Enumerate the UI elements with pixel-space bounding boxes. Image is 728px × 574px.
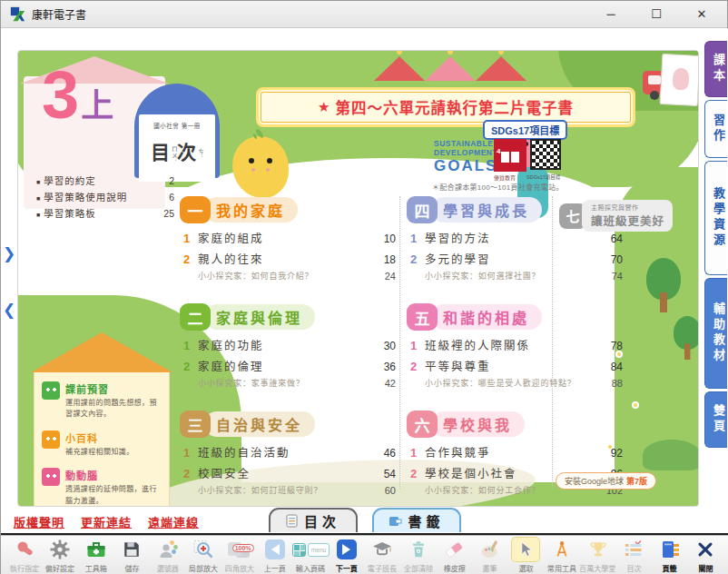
- unit-block-5: 五 和諧的相處 1 班級裡的人際關係 78 2 平等與尊重 84 小小探究家：哪…: [407, 303, 623, 391]
- intro-item[interactable]: ■ 學習的約定 2: [36, 173, 174, 187]
- tool-number-picker[interactable]: 選號器: [150, 538, 185, 574]
- floppy-disk-icon: [118, 538, 145, 561]
- intro-label: 學習的約定: [44, 173, 169, 187]
- toc-title-text: 目ㄇㄨˋ次: [151, 142, 197, 163]
- intro-page: 6: [169, 192, 174, 203]
- side-tab-two-page[interactable]: 雙頁: [704, 391, 727, 448]
- unit-block-3: 三 自治與安全 1 班級的自治活動 46 2 校園安全 54 小小探究家：如何訂…: [180, 411, 396, 498]
- lesson-row[interactable]: 1 家庭的功能 30: [183, 336, 396, 353]
- explore-page: 42: [385, 378, 396, 389]
- explore-row[interactable]: 小小探究家：如何訂班級守則？ 60: [198, 485, 396, 498]
- explore-page: 88: [612, 378, 623, 389]
- tool-toolbox[interactable]: 工具箱: [78, 538, 113, 574]
- explore-title: 小小探究家：如何自我介紹？: [198, 271, 382, 283]
- lesson-row[interactable]: 2 家庭的倫理 36: [183, 357, 396, 374]
- sdg4-tile-icon: 4: [494, 139, 526, 172]
- bunny-picture-decor: [660, 54, 699, 106]
- lesson-row[interactable]: 1 合作與競爭 92: [410, 443, 623, 460]
- lesson-number: 2: [410, 252, 425, 266]
- tool-save[interactable]: 儲存: [113, 538, 149, 574]
- explore-row[interactable]: 小小探究家：如何選擇社團？ 74: [425, 271, 623, 283]
- unit-block-7[interactable]: 七 主題探究與實作 讓班級更美好: [559, 200, 673, 232]
- explore-row[interactable]: 小小探究家：哪些是受人歡迎的特點？ 88: [425, 378, 623, 391]
- lesson-row[interactable]: 1 班級裡的人際關係 78: [410, 336, 623, 353]
- side-tab-supplementary[interactable]: 輔助教材: [704, 278, 727, 389]
- side-tab-workbook[interactable]: 習作: [704, 100, 727, 158]
- lesson-row[interactable]: 2 多元的學習 70: [410, 250, 623, 267]
- lesson-row[interactable]: 1 家庭的組成 10: [183, 229, 396, 246]
- explore-title: 小小探究家：如何訂班級守則？: [198, 485, 382, 498]
- google-earth-badge[interactable]: 安裝Google地球 第7版: [556, 472, 656, 490]
- lesson-page: 18: [384, 253, 396, 266]
- explore-page: 60: [385, 485, 396, 496]
- tool-common-tools[interactable]: 常用工具: [544, 538, 579, 574]
- tool-run-assign[interactable]: 執行指定: [6, 538, 42, 574]
- maximize-button[interactable]: ☐: [647, 7, 665, 21]
- lesson-row[interactable]: 2 平等與尊重 84: [410, 357, 623, 374]
- tool-preferences[interactable]: 偏好設定: [42, 538, 77, 574]
- yellow-mascot: [232, 136, 289, 198]
- lesson-page: 78: [611, 340, 623, 352]
- explore-row[interactable]: 小小探究家：家事誰來做？ 42: [198, 378, 396, 391]
- tool-zoom-corners[interactable]: 100% 四角放大: [221, 538, 257, 574]
- tool-close[interactable]: 關閉: [687, 538, 723, 574]
- unit-header[interactable]: 二 家庭與倫理: [180, 303, 396, 331]
- qr-label: SDGs17項目標: [526, 173, 560, 181]
- intro-item[interactable]: ■ 學習策略板 25: [36, 206, 174, 220]
- badge-version: 第7版: [626, 475, 647, 487]
- intro-item[interactable]: ■ 學習策略使用說明 6: [36, 190, 174, 203]
- next-page-icon: [333, 538, 360, 561]
- window-title: 康軒電子書: [32, 6, 86, 22]
- bullet-icon: ■: [36, 212, 40, 218]
- copyright-link[interactable]: 版權聲明: [14, 513, 64, 530]
- legend-desc: 補充課程相關知識。: [65, 447, 162, 458]
- tool-brush[interactable]: 畫筆: [472, 538, 507, 574]
- side-tab-textbook[interactable]: 課本: [704, 41, 727, 97]
- tool-select[interactable]: 選取: [508, 538, 544, 574]
- tab-toc[interactable]: 目次: [269, 508, 358, 532]
- tool-page-tabs[interactable]: 頁籤: [652, 538, 687, 574]
- unit-header[interactable]: 三 自治與安全: [180, 411, 396, 438]
- intro-label: 學習策略使用說明: [44, 190, 169, 203]
- tool-quiz-hall[interactable]: 百萬大學堂: [580, 538, 616, 574]
- remote-link[interactable]: 遠端連線: [148, 513, 199, 530]
- sdgs-logo-line2: DEVELOPMENT: [434, 148, 497, 157]
- lesson-page: 36: [384, 361, 396, 373]
- close-button[interactable]: ✕: [693, 7, 711, 21]
- unit-header[interactable]: 五 和諧的相處: [407, 303, 623, 331]
- tool-prev-page[interactable]: 上一頁: [257, 538, 292, 574]
- tool-eraser[interactable]: 橡皮擦: [437, 538, 472, 574]
- lesson-page: 10: [384, 233, 396, 245]
- tool-e-class-leader[interactable]: 電子班長: [365, 538, 400, 574]
- lesson-row[interactable]: 1 班級的自治活動 46: [183, 443, 396, 460]
- explore-row[interactable]: 小小探究家：如何自我介紹？ 24: [198, 271, 396, 283]
- legend-body: 課前預習 運用課前的問題先想想，預習課文內容。 小百科 補充課程相關知識。: [34, 372, 170, 507]
- sdgs-note: ＊配合課本第100～101頁社會充電站。: [432, 182, 564, 192]
- tool-clear-all[interactable]: 全部清除: [400, 538, 436, 574]
- page-forward-arrow[interactable]: ❯: [3, 244, 15, 263]
- lesson-number: 1: [183, 339, 198, 352]
- side-tab-teaching-resources[interactable]: 教學資源: [704, 161, 727, 275]
- minimize-button[interactable]: ─: [602, 7, 620, 21]
- unit-number-badge: 三: [180, 411, 211, 438]
- tool-page-input[interactable]: menu 輸入頁碼: [293, 538, 329, 574]
- lesson-row[interactable]: 2 親人的往來 18: [183, 250, 396, 267]
- sdgs-logo-line3: GOALS: [434, 157, 497, 175]
- sdgs-button[interactable]: SDGs17項目標: [483, 120, 567, 140]
- tab-bookmark[interactable]: 書籤: [372, 508, 461, 532]
- page-back-arrow[interactable]: ❮: [3, 301, 15, 320]
- tool-next-page[interactable]: 下一頁: [329, 538, 364, 574]
- unit-title: 學校與我: [431, 411, 525, 437]
- update-link[interactable]: 更新連結: [81, 513, 132, 530]
- lesson-row[interactable]: 2 校園安全 54: [183, 464, 396, 481]
- close-x-icon: [692, 538, 719, 561]
- unit-header[interactable]: 一 我的家庭: [180, 196, 396, 223]
- unit-header[interactable]: 六 學校與我: [407, 411, 623, 438]
- lesson-title: 班級裡的人際關係: [425, 336, 608, 353]
- tool-zoom-region[interactable]: 局部放大: [185, 538, 221, 574]
- explore-title: 小小探究家：哪些是受人歡迎的特點？: [425, 378, 609, 391]
- tool-toc[interactable]: 目次: [616, 538, 652, 574]
- footer-links: 版權聲明 更新連結 遠端連線: [14, 510, 199, 533]
- lesson-number: 1: [410, 446, 425, 460]
- bookmark-tab-label: 書籤: [408, 511, 444, 530]
